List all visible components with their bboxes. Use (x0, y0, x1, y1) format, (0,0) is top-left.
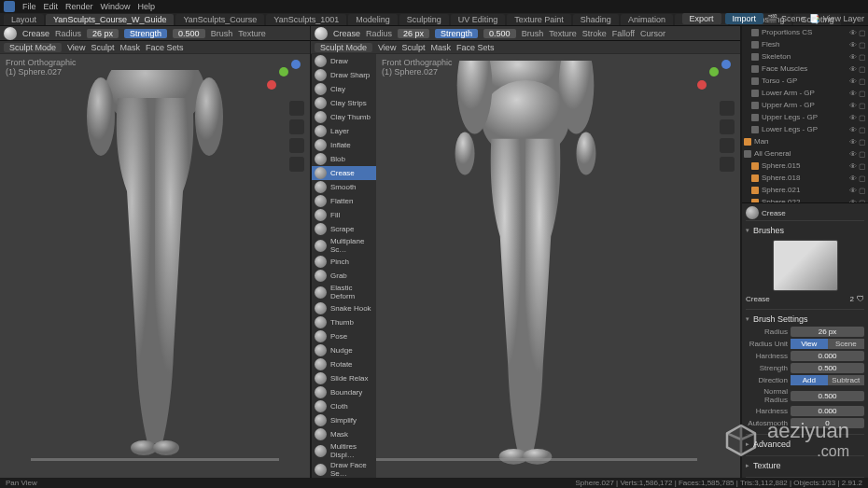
restrict-icon[interactable]: ▢ (859, 102, 866, 109)
radius-value[interactable]: 26 px (791, 327, 864, 337)
axis-y-icon[interactable] (279, 67, 288, 77)
tab-modeling[interactable]: Modeling (348, 14, 398, 25)
menu-sculpt-left[interactable]: Sculpt (91, 43, 114, 52)
brush-item-fill[interactable]: Fill (312, 208, 376, 222)
outliner-row[interactable]: Man👁▢ (742, 135, 868, 147)
menu-facesets-right[interactable]: Face Sets (456, 43, 495, 52)
restrict-icon[interactable]: ▢ (859, 65, 866, 73)
outliner-row[interactable]: Sphere.022👁▢ (742, 196, 868, 203)
menu-render[interactable]: Render (65, 2, 93, 11)
outliner-row[interactable]: Sphere.015👁▢ (742, 160, 868, 172)
axis-z-icon-right[interactable] (721, 60, 731, 69)
outliner-row[interactable]: Torso - GP👁▢ (742, 75, 868, 87)
tab-shading[interactable]: Shading (573, 14, 619, 25)
tab-layout[interactable]: Layout (4, 14, 44, 25)
axis-z-icon[interactable] (291, 60, 301, 69)
outliner-row[interactable]: Sphere.021👁▢ (742, 184, 868, 196)
eye-icon[interactable]: 👁 (849, 41, 857, 49)
camera-icon[interactable] (289, 138, 304, 153)
outliner-row[interactable]: Flesh👁▢ (742, 38, 868, 50)
eye-icon[interactable]: 👁 (849, 53, 857, 61)
restrict-icon[interactable]: ▢ (859, 53, 866, 61)
texture-menu-left[interactable]: Texture (238, 29, 266, 38)
perspective-icon-right[interactable] (720, 157, 735, 172)
menu-facesets-left[interactable]: Face Sets (146, 43, 184, 52)
brush-preview-name[interactable]: Crease (746, 295, 847, 303)
eye-icon[interactable]: 👁 (849, 162, 857, 170)
radius-input-left[interactable]: 26 px (87, 29, 119, 38)
eye-icon[interactable]: 👁 (849, 102, 857, 109)
nav-gizmo-right[interactable] (697, 60, 731, 93)
brush-item-draw[interactable]: Draw (312, 54, 376, 68)
menu-window[interactable]: Window (101, 2, 131, 11)
tab-texturepaint[interactable]: Texture Paint (507, 14, 571, 25)
brush-item-draw-face-se-[interactable]: Draw Face Se… (312, 460, 376, 478)
restrict-icon[interactable]: ▢ (859, 162, 866, 170)
export-button[interactable]: Export (682, 13, 721, 24)
restrict-icon[interactable]: ▢ (859, 150, 866, 158)
direction-add[interactable]: Add (791, 375, 828, 385)
strength-input-right[interactable]: 0.500 (483, 29, 516, 38)
eye-icon[interactable]: 👁 (849, 174, 857, 182)
brush-item-boundary[interactable]: Boundary (312, 385, 376, 399)
pan-icon[interactable] (289, 119, 304, 134)
texture-menu-right[interactable]: Texture (549, 29, 577, 38)
brush-item-flatten[interactable]: Flatten (312, 194, 376, 208)
scene-icon[interactable]: 🎬 (767, 14, 777, 23)
brush-item-multiplane-sc-[interactable]: Multiplane Sc… (312, 236, 376, 255)
eye-icon[interactable]: 👁 (849, 150, 857, 158)
tab-yan1001[interactable]: YanSculpts_1001 (266, 14, 346, 25)
brush-item-draw-sharp[interactable]: Draw Sharp (312, 68, 376, 82)
autosmooth-value[interactable]: 0 (791, 418, 864, 428)
hardness2-value[interactable]: 0.000 (791, 406, 864, 416)
menu-view-left[interactable]: View (67, 43, 85, 52)
menu-mask-left[interactable]: Mask (119, 43, 140, 52)
outliner-row[interactable]: All General👁▢ (742, 147, 868, 160)
brush-item-crease[interactable]: Crease (312, 166, 376, 180)
eye-icon[interactable]: 👁 (849, 138, 857, 146)
brush-item-multires-displ-[interactable]: Multires Displ… (312, 441, 376, 460)
eye-icon[interactable]: 👁 (849, 29, 857, 36)
brush-item-mask[interactable]: Mask (312, 427, 376, 441)
tab-animation[interactable]: Animation (621, 14, 673, 25)
brush-item-rotate[interactable]: Rotate (312, 357, 376, 371)
camera-icon-right[interactable] (720, 138, 735, 153)
import-button[interactable]: Import (725, 13, 764, 24)
brush-item-pinch[interactable]: Pinch (312, 255, 376, 269)
stroke-menu-right[interactable]: Stroke (582, 29, 607, 38)
strength-input-left[interactable]: 0.500 (173, 29, 205, 38)
fake-user-icon[interactable]: 🛡 (857, 295, 864, 303)
brush-item-blob[interactable]: Blob (312, 152, 376, 166)
axis-y-icon-right[interactable] (709, 67, 719, 77)
radius-input-right[interactable]: 26 px (398, 29, 429, 38)
tab-yancourse[interactable]: YanSculpts_Course (175, 14, 264, 25)
outliner-row[interactable]: Sphere.018👁▢ (742, 172, 868, 184)
brush-item-thumb[interactable]: Thumb (312, 315, 376, 329)
viewport-left-canvas[interactable] (0, 54, 310, 478)
brush-item-slide-relax[interactable]: Slide Relax (312, 371, 376, 385)
mode-dropdown-right[interactable]: Sculpt Mode (315, 43, 372, 52)
falloff-menu-right[interactable]: Falloff (612, 29, 635, 38)
outliner-row[interactable]: Skeleton👁▢ (742, 50, 868, 63)
radius-unit-scene[interactable]: Scene (828, 339, 865, 349)
restrict-icon[interactable]: ▢ (859, 114, 866, 121)
strength-value-prop[interactable]: 0.500 (791, 363, 864, 373)
cursor-menu-right[interactable]: Cursor (640, 29, 665, 38)
tab-sculpting[interactable]: Sculpting (399, 14, 449, 25)
brush-item-grab[interactable]: Grab (312, 269, 376, 283)
brush-item-smooth[interactable]: Smooth (312, 180, 376, 194)
pan-icon-right[interactable] (720, 119, 735, 134)
restrict-icon[interactable]: ▢ (859, 77, 866, 85)
brush-item-clay[interactable]: Clay (312, 82, 376, 96)
tab-yanguidesw[interactable]: YanSculpts_Course_W_Guide (46, 14, 174, 25)
brush-preview-icon[interactable] (4, 27, 17, 40)
brush-item-inflate[interactable]: Inflate (312, 138, 376, 152)
direction-subtract[interactable]: Subtract (828, 375, 865, 385)
outliner-row[interactable]: Proportions CS👁▢ (742, 26, 868, 38)
brush-item-clay-thumb[interactable]: Clay Thumb (312, 110, 376, 124)
nav-gizmo-left[interactable] (267, 60, 301, 93)
brush-item-layer[interactable]: Layer (312, 124, 376, 138)
radius-unit-view[interactable]: View (791, 339, 828, 349)
brush-item-pose[interactable]: Pose (312, 329, 376, 343)
blender-icon[interactable] (4, 1, 15, 12)
